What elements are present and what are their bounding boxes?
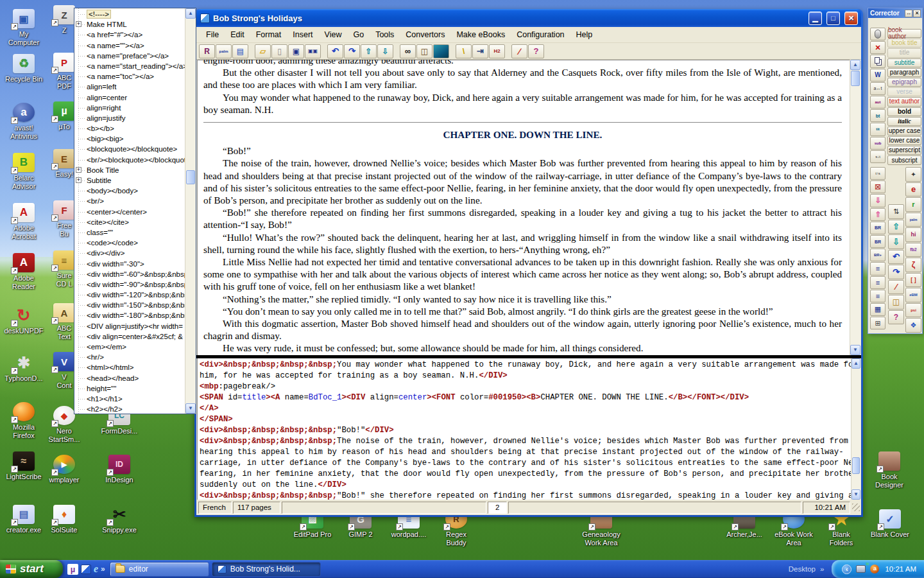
style-superscript-button[interactable]: superscript bbox=[887, 146, 921, 155]
tree-item[interactable]: <h2></h2> bbox=[74, 404, 185, 414]
sub-case-button[interactable]: sub bbox=[870, 137, 886, 150]
scroll-up-icon[interactable]: ▲ bbox=[851, 358, 860, 369]
book-blue-export-button[interactable]: ❖ bbox=[905, 318, 921, 333]
tree-item[interactable]: <div></div> bbox=[74, 248, 185, 258]
setup-screwdriver-button[interactable]: ∕ bbox=[511, 44, 527, 58]
format-grid-button[interactable]: ▦ bbox=[870, 303, 886, 316]
undo-button[interactable]: ↶ bbox=[888, 250, 904, 265]
style-text-author-button[interactable]: text author bbox=[887, 97, 921, 106]
close-icon[interactable]: ✕ bbox=[913, 10, 921, 17]
tags-scrollbar[interactable]: ▲ ▼ bbox=[185, 8, 196, 414]
clean-broom-button[interactable]: \ bbox=[456, 44, 472, 58]
status-page-number[interactable]: 2 bbox=[488, 502, 507, 514]
title-case-button[interactable]: tit bbox=[870, 123, 886, 136]
tree-item[interactable]: <cite></cite> bbox=[74, 217, 185, 227]
style-subtitle-button[interactable]: subtitle bbox=[887, 58, 921, 67]
tree-item[interactable]: <blockquote></blockquote> bbox=[74, 144, 185, 154]
sprout-reader-button[interactable]: r bbox=[905, 197, 921, 212]
tree-item[interactable]: <DIV align=justify><hr width= bbox=[74, 321, 185, 331]
tree-item[interactable]: <a name=""></a> bbox=[74, 40, 185, 51]
author-case-button[interactable]: aut bbox=[870, 96, 886, 109]
exit-door-button[interactable]: ⇥ bbox=[472, 44, 488, 58]
tree-item[interactable]: <b></b> bbox=[74, 123, 185, 134]
scroll-down-icon[interactable]: ▼ bbox=[185, 403, 196, 414]
belarc-advisor-shortcut[interactable]: B↗Belarc Advisor bbox=[2, 153, 46, 191]
wmplayer-shortcut[interactable]: ▶↗wmplayer bbox=[42, 455, 86, 484]
utorrent-icon[interactable]: µ bbox=[67, 564, 78, 575]
psion-export-button[interactable]: psi bbox=[905, 303, 921, 318]
tree-item[interactable]: <code></code> bbox=[74, 238, 185, 248]
word-export-button[interactable]: W bbox=[870, 69, 886, 82]
format-lines-1-button[interactable]: ≡ bbox=[870, 262, 886, 275]
style-upper-case-button[interactable]: upper case bbox=[887, 127, 921, 136]
open-book-export-button[interactable]: [ ] bbox=[905, 273, 921, 288]
book-button[interactable]: ▤ bbox=[232, 44, 248, 58]
tree-item[interactable]: align=right bbox=[74, 103, 185, 113]
scroll-down-button[interactable]: ⇩ bbox=[888, 234, 904, 249]
insert-image-button[interactable] bbox=[433, 44, 449, 58]
menu-format[interactable]: Format bbox=[250, 28, 287, 42]
hi-export-button[interactable]: hi bbox=[905, 227, 921, 242]
redo-button[interactable]: ↷ bbox=[344, 44, 360, 58]
recycle-bin-shortcut[interactable]: ♻Recycle Bin bbox=[2, 54, 46, 83]
move-down-button[interactable]: ⇩ bbox=[377, 44, 393, 58]
no-image-button[interactable]: ⊠ bbox=[870, 180, 886, 193]
document-view[interactable]: engine-room door, admiring these amazing… bbox=[197, 60, 860, 355]
scroll-up-button[interactable]: ⇧ bbox=[888, 220, 904, 234]
open-book-button[interactable]: ◫ bbox=[416, 44, 432, 58]
palm-button[interactable]: palm bbox=[216, 44, 232, 58]
new-document-button[interactable]: ▯ bbox=[271, 44, 287, 58]
style-lower-case-button[interactable]: lower case bbox=[887, 136, 921, 145]
save-all-button[interactable]: ▣▣ bbox=[305, 44, 321, 58]
my-computer-shortcut[interactable]: ▣↗My Computer bbox=[2, 9, 46, 47]
find-binoculars-button[interactable]: ∞ bbox=[400, 44, 416, 58]
solsuite-shortcut[interactable]: ♦↗SolSuite bbox=[42, 505, 86, 534]
blank-cover-shortcut[interactable]: ✓↗Blank Cover bbox=[868, 509, 912, 539]
style-italic-button[interactable]: italic bbox=[887, 117, 921, 126]
menu-edit[interactable]: Edit bbox=[225, 28, 250, 42]
redo-button[interactable]: ↷ bbox=[888, 265, 904, 279]
tree-item[interactable]: <a href="#"></a> bbox=[74, 30, 185, 40]
tree-item[interactable]: <!----> bbox=[74, 9, 185, 19]
network-status-icon[interactable] bbox=[856, 565, 866, 573]
style-subscript-button[interactable]: subscript bbox=[887, 155, 921, 164]
move-para-down-button[interactable]: ⇓ bbox=[870, 194, 886, 207]
export-runner-button[interactable]: ✦ bbox=[905, 167, 921, 182]
expand-plus-icon[interactable]: + bbox=[76, 177, 81, 183]
tree-item[interactable]: <div width="-90">&nbsp;&nbsp; bbox=[74, 279, 185, 290]
resize-grip[interactable] bbox=[852, 504, 860, 511]
tree-item[interactable]: <h1></h1> bbox=[74, 394, 185, 404]
tree-item[interactable]: <div width="-30"> bbox=[74, 259, 185, 269]
tree-item[interactable]: <big><big> bbox=[74, 134, 185, 144]
move-para-up-button[interactable]: ⇑ bbox=[870, 208, 886, 221]
tree-item[interactable]: <body></body> bbox=[74, 186, 185, 196]
style-paragraph-button[interactable]: paragraph bbox=[887, 68, 921, 77]
delete-x-button[interactable]: ✕ bbox=[870, 41, 886, 54]
br-remove-button[interactable]: BR bbox=[870, 222, 886, 234]
scroll-down-icon[interactable]: ▼ bbox=[851, 489, 860, 500]
copy-button[interactable] bbox=[870, 55, 886, 67]
document-scrollbar[interactable]: ▲ ▼ bbox=[850, 60, 860, 355]
html-source-view[interactable]: <div>&nbsp;&nbsp;&nbsp;&nbsp;You may won… bbox=[197, 358, 860, 500]
creator-exe-shortcut[interactable]: ▤↗creator.exe bbox=[2, 505, 46, 534]
reader-r-button[interactable]: R bbox=[199, 44, 215, 58]
corrector-titlebar[interactable]: Corrector ↔ ✕ bbox=[868, 8, 922, 18]
move-up-button[interactable]: ⇧ bbox=[361, 44, 377, 58]
palm-export-button[interactable]: palm bbox=[905, 213, 921, 227]
save-button[interactable]: ▣ bbox=[288, 44, 304, 58]
menu-insert[interactable]: Insert bbox=[287, 28, 318, 42]
menu-tools[interactable]: Tools bbox=[370, 28, 400, 42]
help-button[interactable]: ? bbox=[528, 44, 544, 58]
booktitle-case-button[interactable]: bt bbox=[870, 109, 886, 122]
book-search-button[interactable]: ◫ bbox=[888, 295, 904, 310]
tree-item[interactable]: <div width="-120">&nbsp;&nbsp; bbox=[74, 290, 185, 300]
source-scrollbar[interactable]: ▲ ▼ bbox=[851, 358, 860, 500]
fb2-export-button[interactable]: fb2 bbox=[905, 243, 921, 258]
close-button[interactable]: ✕ bbox=[844, 12, 858, 25]
style-book-author-button[interactable]: book author bbox=[887, 29, 921, 38]
scroll-thumb[interactable] bbox=[186, 170, 195, 184]
style-verse-button[interactable]: verse bbox=[887, 87, 921, 96]
tree-item[interactable]: align=justify bbox=[74, 113, 185, 123]
tree-item[interactable]: +Subtitle bbox=[74, 175, 185, 186]
tree-item[interactable]: <head></head> bbox=[74, 373, 185, 383]
